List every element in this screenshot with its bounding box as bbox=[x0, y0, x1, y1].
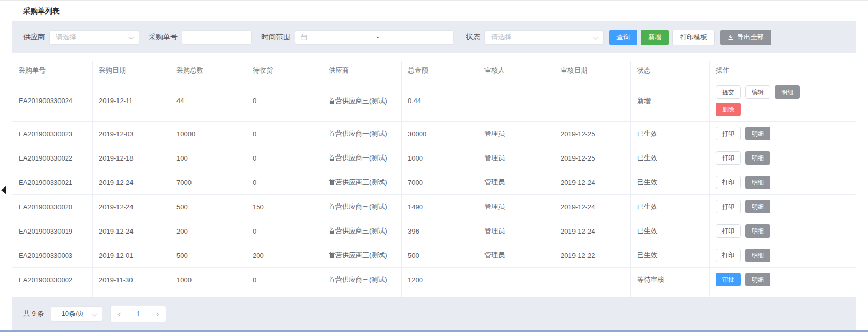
cell-total-amount: 0.44 bbox=[402, 80, 478, 122]
search-button[interactable]: 查询 bbox=[609, 30, 637, 45]
detail-button[interactable]: 明细 bbox=[745, 200, 770, 213]
status-select[interactable]: 请选择 bbox=[484, 30, 604, 45]
cell-supplier: 首营供应商一(测试) bbox=[322, 122, 402, 146]
cell-purchase-date: 2019-12-11 bbox=[93, 80, 170, 122]
add-button[interactable]: 新增 bbox=[641, 30, 669, 45]
cell-pending-receipt: 0 bbox=[246, 219, 322, 243]
cell-status: 新增 bbox=[631, 80, 710, 122]
print-template-button[interactable]: 打印模板 bbox=[672, 30, 715, 45]
chevron-down-icon bbox=[593, 34, 598, 39]
cell-total-qty: 1000 bbox=[170, 268, 246, 292]
cell-supplier: 首营供应商三(测试) bbox=[322, 170, 402, 195]
submit-button[interactable]: 提交 bbox=[716, 85, 741, 99]
date-range-label: 时间范围 bbox=[261, 33, 290, 42]
cell-purchase-date: 2019-12-24 bbox=[93, 170, 170, 195]
cell-supplier: 首营供应商三(测试) bbox=[322, 195, 402, 219]
prev-page-icon[interactable]: ‹ bbox=[117, 309, 121, 319]
print-button[interactable]: 打印 bbox=[716, 151, 741, 165]
cell-auditor: 管理员 bbox=[478, 219, 554, 243]
cell-status: 已生效 bbox=[631, 122, 710, 146]
cell-audit-date bbox=[554, 80, 631, 122]
table-row: EA2019003300032019-12-01500200首营供应商三(测试)… bbox=[12, 243, 856, 268]
detail-button[interactable]: 明细 bbox=[745, 249, 770, 262]
cell-purchase-date: 2019-12-01 bbox=[93, 243, 170, 268]
cell-purchase-date: 2019-12-24 bbox=[93, 219, 170, 243]
print-button[interactable]: 打印 bbox=[716, 127, 741, 140]
detail-button[interactable]: 明细 bbox=[775, 85, 800, 99]
cell-auditor: 管理员 bbox=[478, 146, 554, 170]
cell-total-amount: 1200 bbox=[402, 268, 478, 292]
cell-po-number: EA201900330002 bbox=[12, 268, 93, 292]
page-size-select[interactable]: 10条/页 bbox=[51, 306, 102, 322]
cell-total-amount: 1000 bbox=[402, 146, 478, 170]
detail-button[interactable]: 明细 bbox=[745, 151, 770, 165]
print-button[interactable]: 打印 bbox=[716, 200, 741, 213]
cell-total-qty: 44 bbox=[170, 80, 246, 122]
table-body: EA2019003300242019-12-11440首营供应商三(测试)0.4… bbox=[12, 80, 856, 316]
cell-pending-receipt: 150 bbox=[246, 195, 322, 219]
status-label: 状态 bbox=[466, 33, 480, 42]
detail-button[interactable]: 明细 bbox=[745, 273, 770, 286]
next-page-icon[interactable]: › bbox=[156, 309, 159, 319]
current-page[interactable]: 1 bbox=[137, 310, 141, 318]
date-range-picker[interactable]: - bbox=[295, 30, 454, 45]
cell-actions: 打印明细 bbox=[710, 146, 856, 170]
cell-total-qty: 500 bbox=[170, 195, 246, 219]
cell-total-amount: 7000 bbox=[402, 170, 478, 195]
cell-supplier: 首营供应商三(测试) bbox=[322, 243, 402, 268]
delete-button[interactable]: 删除 bbox=[716, 103, 741, 116]
cell-auditor: 管理员 bbox=[478, 170, 554, 195]
print-button[interactable]: 打印 bbox=[716, 249, 741, 262]
cell-status: 已生效 bbox=[631, 146, 710, 170]
chevron-down-icon bbox=[129, 34, 134, 39]
table-row: EA2019003300192019-12-242000首营供应商三(测试)39… bbox=[12, 219, 856, 243]
sidebar-collapse-icon[interactable] bbox=[1, 186, 6, 194]
cell-po-number: EA201900330023 bbox=[12, 122, 93, 146]
approve-button[interactable]: 审批 bbox=[716, 273, 741, 286]
cell-audit-date: 2019-12-24 bbox=[554, 195, 631, 219]
detail-button[interactable]: 明细 bbox=[745, 176, 770, 189]
detail-button[interactable]: 明细 bbox=[745, 224, 770, 238]
detail-button[interactable]: 明细 bbox=[745, 127, 770, 140]
cell-po-number: EA201900330003 bbox=[12, 243, 93, 268]
po-number-input[interactable] bbox=[182, 30, 252, 45]
export-all-label: 导出全部 bbox=[737, 33, 764, 42]
cell-total-amount: 1490 bbox=[402, 195, 478, 219]
po-number-label: 采购单号 bbox=[149, 33, 178, 42]
col-header-status: 状态 bbox=[631, 61, 710, 80]
pager: ‹ 1 › bbox=[110, 306, 166, 322]
cell-actions: 打印明细 bbox=[710, 170, 856, 195]
table-row: EA2019003300202019-12-24500150首营供应商三(测试)… bbox=[12, 195, 856, 219]
cell-audit-date: 2019-12-24 bbox=[554, 219, 631, 243]
cell-actions: 打印明细 bbox=[710, 195, 856, 219]
table-row: EA2019003300212019-12-2470000首营供应商三(测试)7… bbox=[12, 170, 856, 195]
cell-audit-date: 2019-12-25 bbox=[554, 122, 631, 146]
table-row: EA2019003300232019-12-03100000首营供应商一(测试)… bbox=[12, 122, 856, 146]
table-row: EA2019003300242019-12-11440首营供应商三(测试)0.4… bbox=[12, 80, 856, 122]
col-header-actions: 操作 bbox=[710, 61, 856, 80]
cell-status: 已生效 bbox=[631, 170, 710, 195]
cell-purchase-date: 2019-12-18 bbox=[93, 146, 170, 170]
cell-actions: 提交编辑明细删除 bbox=[710, 80, 856, 122]
cell-audit-date bbox=[554, 268, 631, 292]
cell-audit-date: 2019-12-24 bbox=[554, 170, 631, 195]
cell-actions: 打印明细 bbox=[710, 122, 856, 146]
edit-button[interactable]: 编辑 bbox=[745, 85, 770, 99]
cell-purchase-date: 2019-11-30 bbox=[93, 268, 170, 292]
cell-auditor bbox=[478, 80, 554, 122]
print-button[interactable]: 打印 bbox=[716, 176, 741, 189]
cell-total-qty: 500 bbox=[170, 243, 246, 268]
filter-bar: 供应商 请选择 采购单号 时间范围 - 状态 请选择 查询 新增 打印模板 bbox=[12, 21, 856, 53]
cell-pending-receipt: 200 bbox=[246, 243, 322, 268]
cell-auditor: 管理员 bbox=[478, 195, 554, 219]
supplier-select[interactable]: 请选择 bbox=[49, 30, 139, 45]
col-header-po-number: 采购单号 bbox=[12, 61, 93, 80]
cell-status: 等待审核 bbox=[631, 268, 710, 292]
cell-pending-receipt: 0 bbox=[246, 146, 322, 170]
col-header-audit-date: 审核日期 bbox=[554, 61, 631, 80]
export-all-button[interactable]: 导出全部 bbox=[720, 30, 771, 45]
print-button[interactable]: 打印 bbox=[716, 224, 741, 238]
cell-po-number: EA201900330022 bbox=[12, 146, 93, 170]
cell-actions: 打印明细 bbox=[710, 243, 856, 268]
cell-auditor bbox=[478, 268, 554, 292]
